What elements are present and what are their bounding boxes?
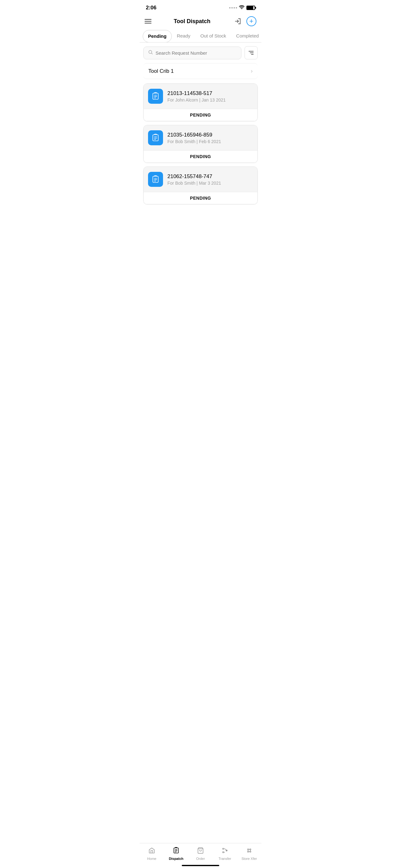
request-number-2: 21035-165946-859 xyxy=(167,132,253,138)
header-actions: + xyxy=(233,16,257,26)
card-info-2: 21035-165946-859 For Bob Smith | Feb 6 2… xyxy=(167,132,253,144)
svg-rect-1 xyxy=(153,93,158,99)
search-icon xyxy=(148,50,153,56)
card-top-2: 21035-165946-859 For Bob Smith | Feb 6 2… xyxy=(144,125,257,150)
chevron-right-icon: › xyxy=(251,68,253,74)
request-number-1: 21013-114538-517 xyxy=(167,90,253,97)
svg-rect-5 xyxy=(153,135,158,141)
request-sub-1: For John Alcorn | Jan 13 2021 xyxy=(167,97,253,102)
request-icon-3 xyxy=(148,172,163,187)
request-status-2: PENDING xyxy=(144,150,257,162)
tab-pending[interactable]: Pending xyxy=(143,30,172,42)
header: Tool Dispatch + xyxy=(140,14,261,30)
plus-icon: + xyxy=(249,17,254,25)
tool-crib-label: Tool Crib 1 xyxy=(148,68,174,74)
request-icon-2 xyxy=(148,130,163,145)
request-status-3: PENDING xyxy=(144,192,257,204)
signal-icon xyxy=(229,7,237,8)
status-bar: 2:06 xyxy=(140,0,261,14)
tab-out-of-stock[interactable]: Out of Stock xyxy=(196,30,231,42)
tab-list: Pending Ready Out of Stock Completed Can… xyxy=(140,30,261,42)
search-input[interactable] xyxy=(156,50,237,56)
login-button[interactable] xyxy=(233,16,243,26)
requests-list: 21013-114538-517 For John Alcorn | Jan 1… xyxy=(140,79,261,209)
tab-completed[interactable]: Completed xyxy=(231,30,261,42)
status-time: 2:06 xyxy=(146,5,157,11)
card-info-1: 21013-114538-517 For John Alcorn | Jan 1… xyxy=(167,90,253,102)
tool-crib-selector[interactable]: Tool Crib 1 › xyxy=(143,63,258,79)
request-card-2[interactable]: 21035-165946-859 For Bob Smith | Feb 6 2… xyxy=(143,125,258,163)
add-button[interactable]: + xyxy=(246,16,257,26)
card-info-3: 21062-155748-747 For Bob Smith | Mar 3 2… xyxy=(167,174,253,186)
tabs-bar: Pending Ready Out of Stock Completed Can… xyxy=(140,30,261,42)
request-card-1[interactable]: 21013-114538-517 For John Alcorn | Jan 1… xyxy=(143,84,258,121)
search-row xyxy=(140,42,261,63)
card-top-1: 21013-114538-517 For John Alcorn | Jan 1… xyxy=(144,84,257,109)
request-card-3[interactable]: 21062-155748-747 For Bob Smith | Mar 3 2… xyxy=(143,166,258,204)
menu-button[interactable] xyxy=(144,19,152,24)
filter-button[interactable] xyxy=(244,46,258,59)
battery-icon xyxy=(246,6,255,10)
request-number-3: 21062-155748-747 xyxy=(167,174,253,180)
filter-icon xyxy=(248,51,254,55)
search-box xyxy=(143,46,241,59)
request-status-1: PENDING xyxy=(144,109,257,121)
request-icon-1 xyxy=(148,89,163,104)
card-top-3: 21062-155748-747 For Bob Smith | Mar 3 2… xyxy=(144,167,257,192)
request-sub-2: For Bob Smith | Feb 6 2021 xyxy=(167,139,253,144)
wifi-icon xyxy=(239,5,244,11)
page-title: Tool Dispatch xyxy=(174,18,210,25)
request-sub-3: For Bob Smith | Mar 3 2021 xyxy=(167,181,253,186)
svg-rect-9 xyxy=(153,176,158,183)
tab-ready[interactable]: Ready xyxy=(172,30,195,42)
status-icons xyxy=(229,5,255,11)
svg-point-0 xyxy=(149,50,152,54)
